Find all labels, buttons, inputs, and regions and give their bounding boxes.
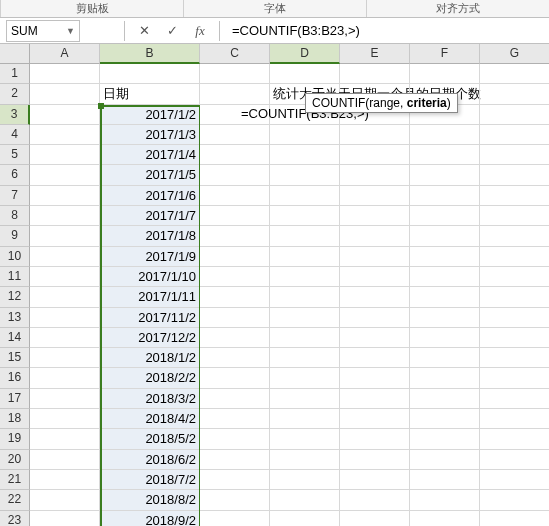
row-header-5[interactable]: 5 bbox=[0, 145, 30, 165]
cell-B1[interactable] bbox=[100, 64, 200, 84]
cell-C13[interactable] bbox=[200, 308, 270, 328]
cell-G13[interactable] bbox=[480, 308, 549, 328]
cell-G18[interactable] bbox=[480, 409, 549, 429]
cell-G19[interactable] bbox=[480, 429, 549, 449]
cell-G1[interactable] bbox=[480, 64, 549, 84]
cell-E19[interactable] bbox=[340, 429, 410, 449]
cell-E6[interactable] bbox=[340, 165, 410, 185]
cell-E17[interactable] bbox=[340, 389, 410, 409]
cell-C11[interactable] bbox=[200, 267, 270, 287]
cell-A15[interactable] bbox=[30, 348, 100, 368]
cell-C15[interactable] bbox=[200, 348, 270, 368]
cell-B15[interactable]: 2018/1/2 bbox=[100, 348, 200, 368]
cell-E8[interactable] bbox=[340, 206, 410, 226]
cell-D19[interactable] bbox=[270, 429, 340, 449]
cell-C23[interactable] bbox=[200, 511, 270, 526]
cell-D13[interactable] bbox=[270, 308, 340, 328]
cell-G12[interactable] bbox=[480, 287, 549, 307]
cell-E12[interactable] bbox=[340, 287, 410, 307]
cell-B10[interactable]: 2017/1/9 bbox=[100, 247, 200, 267]
cell-B4[interactable]: 2017/1/3 bbox=[100, 125, 200, 145]
row-header-12[interactable]: 12 bbox=[0, 287, 30, 307]
cell-A13[interactable] bbox=[30, 308, 100, 328]
fx-icon[interactable]: fx bbox=[193, 24, 207, 38]
cell-D5[interactable] bbox=[270, 145, 340, 165]
cell-C1[interactable] bbox=[200, 64, 270, 84]
cell-G23[interactable] bbox=[480, 511, 549, 526]
cell-C19[interactable] bbox=[200, 429, 270, 449]
cell-F18[interactable] bbox=[410, 409, 480, 429]
cell-F17[interactable] bbox=[410, 389, 480, 409]
cell-C18[interactable] bbox=[200, 409, 270, 429]
name-box-dropdown-icon[interactable]: ▼ bbox=[66, 26, 75, 36]
cell-A4[interactable] bbox=[30, 125, 100, 145]
row-header-9[interactable]: 9 bbox=[0, 226, 30, 246]
cell-F23[interactable] bbox=[410, 511, 480, 526]
cell-D6[interactable] bbox=[270, 165, 340, 185]
cell-A11[interactable] bbox=[30, 267, 100, 287]
cell-E1[interactable] bbox=[340, 64, 410, 84]
cell-B12[interactable]: 2017/1/11 bbox=[100, 287, 200, 307]
cell-G14[interactable] bbox=[480, 328, 549, 348]
cell-B16[interactable]: 2018/2/2 bbox=[100, 368, 200, 388]
cell-D18[interactable] bbox=[270, 409, 340, 429]
cancel-icon[interactable]: ✕ bbox=[137, 24, 151, 38]
cell-A3[interactable] bbox=[30, 105, 100, 125]
cell-B19[interactable]: 2018/5/2 bbox=[100, 429, 200, 449]
cell-B17[interactable]: 2018/3/2 bbox=[100, 389, 200, 409]
cell-F19[interactable] bbox=[410, 429, 480, 449]
cell-A22[interactable] bbox=[30, 490, 100, 510]
cell-G8[interactable] bbox=[480, 206, 549, 226]
cell-B21[interactable]: 2018/7/2 bbox=[100, 470, 200, 490]
cell-E22[interactable] bbox=[340, 490, 410, 510]
cell-G20[interactable] bbox=[480, 450, 549, 470]
cell-D11[interactable] bbox=[270, 267, 340, 287]
cell-D7[interactable] bbox=[270, 186, 340, 206]
row-header-19[interactable]: 19 bbox=[0, 429, 30, 449]
cell-E10[interactable] bbox=[340, 247, 410, 267]
col-header-F[interactable]: F bbox=[410, 44, 480, 64]
cell-A6[interactable] bbox=[30, 165, 100, 185]
enter-icon[interactable]: ✓ bbox=[165, 24, 179, 38]
cell-D22[interactable] bbox=[270, 490, 340, 510]
cell-C12[interactable] bbox=[200, 287, 270, 307]
cell-G7[interactable] bbox=[480, 186, 549, 206]
cell-F8[interactable] bbox=[410, 206, 480, 226]
name-box[interactable]: SUM ▼ bbox=[6, 20, 80, 42]
row-header-6[interactable]: 6 bbox=[0, 165, 30, 185]
row-header-1[interactable]: 1 bbox=[0, 64, 30, 84]
cell-E4[interactable] bbox=[340, 125, 410, 145]
cell-E7[interactable] bbox=[340, 186, 410, 206]
cell-F7[interactable] bbox=[410, 186, 480, 206]
cell-F16[interactable] bbox=[410, 368, 480, 388]
cell-E5[interactable] bbox=[340, 145, 410, 165]
cell-D16[interactable] bbox=[270, 368, 340, 388]
row-header-13[interactable]: 13 bbox=[0, 308, 30, 328]
col-header-D[interactable]: D bbox=[270, 44, 340, 64]
cell-B3[interactable]: 2017/1/2 bbox=[100, 105, 200, 125]
col-header-E[interactable]: E bbox=[340, 44, 410, 64]
cell-E23[interactable] bbox=[340, 511, 410, 526]
cell-B13[interactable]: 2017/11/2 bbox=[100, 308, 200, 328]
cell-D9[interactable] bbox=[270, 226, 340, 246]
cell-A16[interactable] bbox=[30, 368, 100, 388]
cell-C20[interactable] bbox=[200, 450, 270, 470]
cell-D1[interactable] bbox=[270, 64, 340, 84]
cell-B14[interactable]: 2017/12/2 bbox=[100, 328, 200, 348]
cell-E9[interactable] bbox=[340, 226, 410, 246]
cell-D23[interactable] bbox=[270, 511, 340, 526]
cell-F21[interactable] bbox=[410, 470, 480, 490]
formula-input[interactable]: =COUNTIF(B3:B23,>) bbox=[226, 23, 549, 38]
row-header-10[interactable]: 10 bbox=[0, 247, 30, 267]
cell-E18[interactable] bbox=[340, 409, 410, 429]
cell-B2[interactable]: 日期 bbox=[100, 84, 200, 104]
cell-C21[interactable] bbox=[200, 470, 270, 490]
cell-B6[interactable]: 2017/1/5 bbox=[100, 165, 200, 185]
cell-G16[interactable] bbox=[480, 368, 549, 388]
cell-F5[interactable] bbox=[410, 145, 480, 165]
cells-area[interactable]: 日期统计大于当天日期一个月的日期个数2017/1/22017/1/32017/1… bbox=[30, 64, 549, 526]
row-header-22[interactable]: 22 bbox=[0, 490, 30, 510]
cell-C8[interactable] bbox=[200, 206, 270, 226]
cell-C9[interactable] bbox=[200, 226, 270, 246]
cell-B11[interactable]: 2017/1/10 bbox=[100, 267, 200, 287]
